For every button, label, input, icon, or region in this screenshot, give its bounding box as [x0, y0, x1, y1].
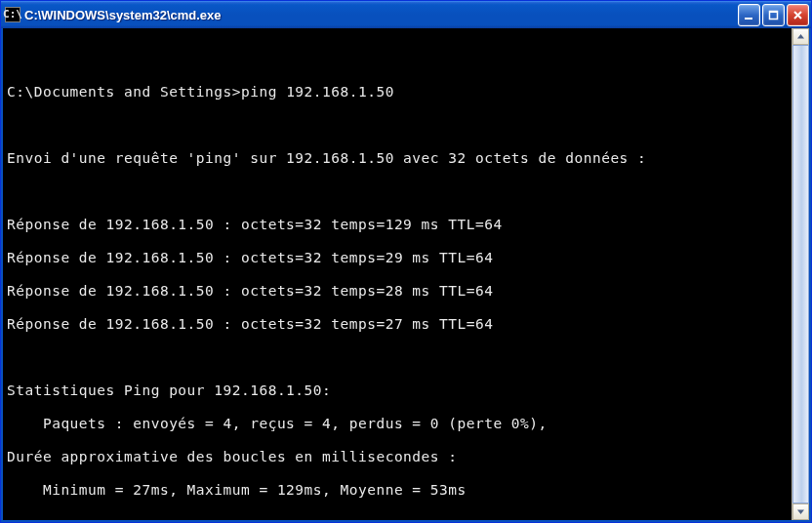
- close-icon: [792, 10, 803, 20]
- window-controls: [738, 4, 809, 26]
- chevron-down-icon: [796, 507, 805, 516]
- ping-rtt-header: Durée approximative des boucles en milli…: [7, 449, 788, 465]
- scroll-track[interactable]: [792, 45, 809, 503]
- svg-rect-2: [769, 11, 778, 13]
- ping-reply: Réponse de 192.168.1.50 : octets=32 temp…: [7, 250, 788, 266]
- scroll-down-button[interactable]: [792, 503, 809, 520]
- minimize-icon: [744, 10, 754, 20]
- ping-reply: Réponse de 192.168.1.50 : octets=32 temp…: [7, 283, 788, 300]
- cmd-window: C:\ C:\WINDOWS\system32\cmd.exe: [0, 0, 812, 523]
- blank-line: [7, 349, 788, 366]
- minimize-button[interactable]: [738, 4, 760, 26]
- app-icon-text: C:\: [3, 7, 22, 22]
- command-text: ping 192.168.1.50: [241, 84, 394, 100]
- blank-line: [7, 183, 788, 200]
- prompt-path: C:\Documents and Settings>: [7, 84, 241, 100]
- vertical-scrollbar[interactable]: [792, 28, 809, 520]
- blank-line: [7, 117, 788, 134]
- prompt-line: C:\Documents and Settings>ping 192.168.1…: [7, 84, 788, 101]
- maximize-button[interactable]: [762, 4, 785, 26]
- ping-rtt-values: Minimum = 27ms, Maximum = 129ms, Moyenne…: [7, 482, 788, 499]
- client-area: C:\Documents and Settings>ping 192.168.1…: [1, 28, 811, 522]
- svg-rect-0: [745, 18, 752, 20]
- blank-line: [7, 515, 788, 520]
- scroll-thumb[interactable]: [792, 45, 809, 503]
- ping-stats-packets: Paquets : envoyés = 4, reçus = 4, perdus…: [7, 416, 788, 432]
- ping-stats-header: Statistiques Ping pour 192.168.1.50:: [7, 382, 788, 399]
- chevron-up-icon: [796, 32, 805, 41]
- ping-sending: Envoi d'une requête 'ping' sur 192.168.1…: [7, 150, 788, 167]
- close-button[interactable]: [787, 4, 809, 26]
- title-bar[interactable]: C:\ C:\WINDOWS\system32\cmd.exe: [1, 1, 811, 28]
- window-title: C:\WINDOWS\system32\cmd.exe: [24, 8, 738, 22]
- app-icon[interactable]: C:\: [5, 7, 20, 22]
- scroll-up-button[interactable]: [792, 28, 809, 45]
- ping-reply: Réponse de 192.168.1.50 : octets=32 temp…: [7, 217, 788, 233]
- ping-reply: Réponse de 192.168.1.50 : octets=32 temp…: [7, 316, 788, 333]
- maximize-icon: [768, 10, 779, 20]
- console-output[interactable]: C:\Documents and Settings>ping 192.168.1…: [3, 28, 792, 520]
- blank-line: [7, 51, 788, 67]
